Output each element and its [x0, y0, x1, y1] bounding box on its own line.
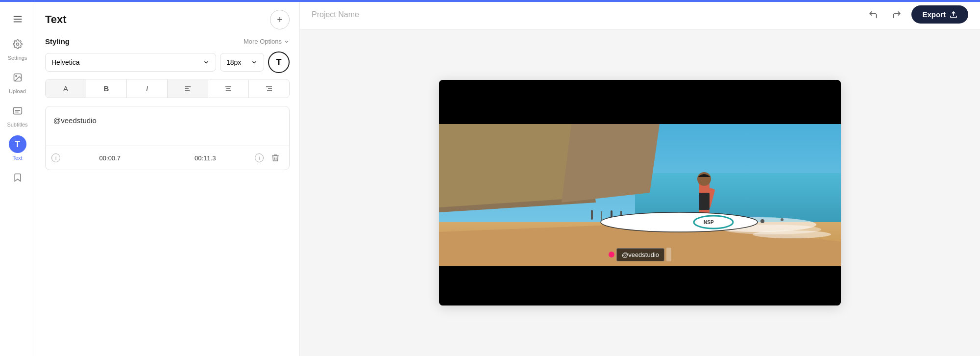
text-element-content[interactable]: @veedstudio — [46, 106, 289, 146]
sidebar-item-label: Subtitles — [7, 122, 27, 127]
end-time-info-button[interactable]: i — [255, 153, 264, 162]
settings-icon — [13, 39, 23, 49]
text-icon-circle: T — [9, 135, 26, 153]
align-right-icon — [265, 85, 273, 93]
align-center-button[interactable] — [208, 80, 249, 98]
align-center-icon — [224, 85, 232, 93]
align-right-button[interactable] — [249, 80, 289, 98]
subtitles-icon-circle — [9, 102, 26, 120]
video-image-area: NSP — [439, 124, 841, 266]
sidebar-item-text[interactable]: T Text — [0, 130, 35, 164]
progress-bar — [0, 0, 980, 2]
text-italic-button[interactable]: I — [127, 79, 168, 98]
canvas-area: NSP @veedstudio — [300, 29, 980, 356]
text-element-card: @veedstudio i i — [45, 106, 290, 170]
align-left-icon — [184, 85, 192, 93]
redo-button[interactable] — [888, 6, 906, 24]
export-icon — [950, 11, 957, 19]
top-bar-actions: Export — [864, 5, 968, 24]
video-container[interactable]: NSP @veedstudio — [439, 80, 841, 305]
font-family-select[interactable]: Helvetica — [45, 53, 216, 72]
trash-icon — [271, 153, 280, 162]
start-time-input[interactable] — [64, 154, 156, 162]
bookmark-icon — [13, 173, 23, 182]
svg-rect-29 — [591, 210, 593, 220]
panel-header: Text + — [45, 10, 290, 29]
sidebar-item-upload[interactable]: Upload — [0, 64, 35, 97]
overlay-text-box: @veedstudio — [616, 248, 664, 261]
styling-label: Styling — [45, 37, 70, 46]
video-top-letterbox — [439, 80, 841, 124]
text-normal-button[interactable]: A — [46, 79, 86, 98]
svg-point-5 — [15, 76, 16, 77]
end-time-input[interactable] — [160, 154, 251, 162]
start-time-info-button[interactable]: i — [51, 153, 60, 162]
svg-marker-23 — [562, 124, 660, 203]
sidebar-item-label: Upload — [9, 88, 26, 94]
redo-icon — [892, 10, 902, 20]
video-bottom-letterbox — [439, 266, 841, 305]
sidebar-item-settings[interactable]: Settings — [0, 30, 35, 64]
text-style-toggle-button[interactable]: T — [268, 51, 290, 73]
svg-text:NSP: NSP — [704, 220, 714, 225]
svg-point-42 — [781, 218, 784, 221]
hamburger-menu[interactable] — [0, 8, 35, 30]
svg-point-28 — [753, 230, 831, 238]
styling-header: Styling More Options — [45, 37, 290, 46]
delete-text-button[interactable] — [268, 150, 283, 166]
svg-rect-40 — [699, 193, 710, 210]
styling-section: Styling More Options Helvetica 18px — [45, 37, 290, 98]
text-italic-label: I — [146, 84, 148, 93]
text-bold-button[interactable]: B — [86, 79, 127, 98]
right-area: Project Name Export — [300, 0, 980, 356]
svg-point-41 — [760, 219, 764, 223]
upload-icon-circle — [9, 69, 26, 86]
more-options-button[interactable]: More Options — [244, 38, 290, 45]
overlay-handle — [666, 248, 671, 261]
align-left-button[interactable] — [168, 80, 208, 98]
upload-icon — [13, 73, 23, 82]
add-text-button[interactable]: + — [270, 10, 290, 29]
text-panel: Text + Styling More Options Helvetica 18… — [35, 0, 300, 356]
undo-icon — [868, 10, 878, 20]
overlay-dot — [609, 252, 614, 257]
sidebar-item-subtitles[interactable]: Subtitles — [0, 97, 35, 130]
text-element-footer: i i — [46, 146, 289, 170]
font-row: Helvetica 18px T — [45, 51, 290, 73]
chevron-down-icon — [203, 59, 210, 66]
text-bold-label: B — [104, 84, 109, 93]
settings-icon-circle — [9, 35, 26, 53]
text-overlay: @veedstudio — [609, 248, 671, 261]
svg-point-3 — [16, 43, 19, 46]
subtitles-icon — [13, 106, 23, 116]
chevron-down-icon — [284, 39, 290, 45]
sidebar-item-label: Text — [12, 155, 22, 161]
panel-title: Text — [45, 13, 67, 26]
icon-sidebar: Settings Upload Subtitles — [0, 0, 35, 356]
sidebar-item-label: Settings — [8, 55, 27, 61]
format-row: A B I — [45, 79, 290, 98]
project-name[interactable]: Project Name — [312, 10, 359, 19]
text-normal-label: A — [63, 84, 68, 93]
sidebar-item-extra[interactable] — [0, 164, 35, 189]
undo-button[interactable] — [864, 6, 882, 24]
chevron-down-icon — [251, 59, 258, 66]
font-size-select[interactable]: 18px — [220, 53, 264, 72]
text-icon: T — [15, 139, 20, 150]
top-bar: Project Name Export — [300, 0, 980, 29]
bookmark-icon-circle — [9, 169, 26, 186]
svg-rect-30 — [601, 211, 602, 220]
export-button[interactable]: Export — [911, 5, 968, 24]
